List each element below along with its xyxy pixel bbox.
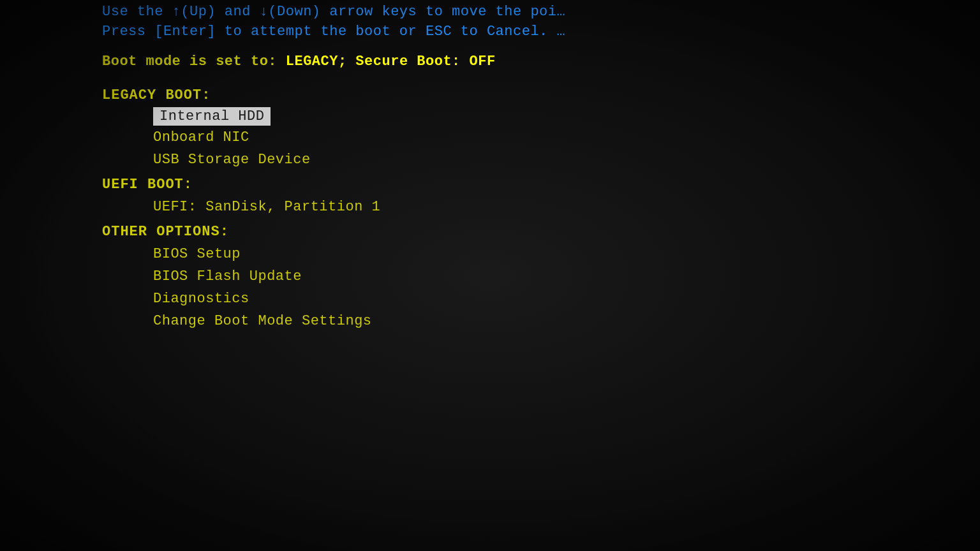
bios-setup-wrapper: BIOS Setup — [102, 244, 967, 265]
bios-flash-update-wrapper: BIOS Flash Update — [102, 266, 967, 287]
uefi-boot-header: UEFI BOOT: — [102, 177, 967, 193]
legacy-internal-hdd-wrapper: Internal HDD — [102, 107, 967, 126]
boot-menu: LEGACY BOOT: Internal HDD Onboard NIC US… — [0, 87, 980, 332]
change-boot-mode-wrapper: Change Boot Mode Settings — [102, 311, 967, 332]
instructions-block: Use the ↑(Up) and ↓(Down) arrow keys to … — [0, 0, 980, 42]
menu-item-diagnostics[interactable]: Diagnostics — [102, 288, 967, 309]
instruction-line-1: Use the ↑(Up) and ↓(Down) arrow keys to … — [102, 3, 967, 22]
menu-item-usb-storage[interactable]: USB Storage Device — [102, 149, 967, 170]
menu-item-internal-hdd[interactable]: Internal HDD — [153, 107, 271, 126]
diagnostics-wrapper: Diagnostics — [102, 288, 967, 309]
boot-mode-status: Boot mode is set to: LEGACY; Secure Boot… — [0, 42, 980, 81]
menu-item-onboard-nic[interactable]: Onboard NIC — [102, 127, 967, 148]
menu-item-bios-setup[interactable]: BIOS Setup — [102, 244, 967, 265]
boot-mode-label: Boot mode is set to: — [102, 54, 286, 70]
bios-screen: Use the ↑(Up) and ↓(Down) arrow keys to … — [0, 0, 980, 551]
menu-item-bios-flash-update[interactable]: BIOS Flash Update — [102, 266, 967, 287]
legacy-boot-header: LEGACY BOOT: — [102, 87, 967, 103]
instruction-line-2: Press [Enter] to attempt the boot or ESC… — [102, 22, 967, 42]
menu-item-change-boot-mode[interactable]: Change Boot Mode Settings — [102, 311, 967, 332]
other-options-header: OTHER OPTIONS: — [102, 224, 967, 240]
boot-mode-value: LEGACY; Secure Boot: OFF — [286, 54, 496, 70]
uefi-sandisk-wrapper: UEFI: SanDisk, Partition 1 — [102, 196, 967, 217]
legacy-onboard-nic-wrapper: Onboard NIC — [102, 127, 967, 148]
menu-item-uefi-sandisk[interactable]: UEFI: SanDisk, Partition 1 — [102, 196, 967, 217]
legacy-usb-storage-wrapper: USB Storage Device — [102, 149, 967, 170]
